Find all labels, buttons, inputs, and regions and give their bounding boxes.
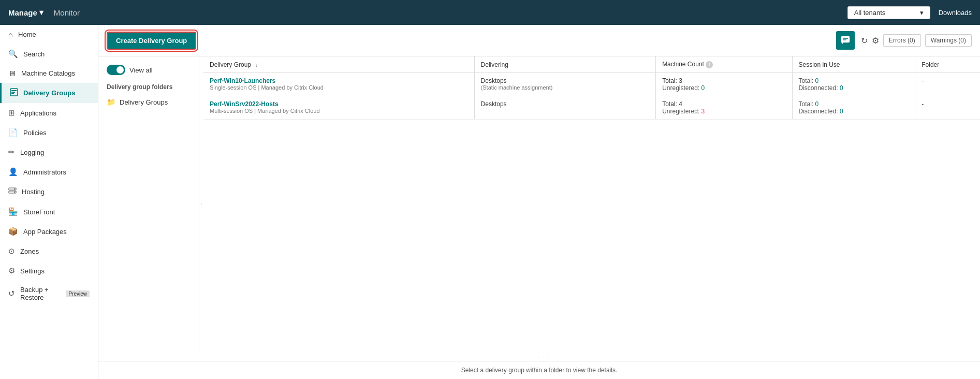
settings-icon: ⚙ xyxy=(8,266,15,275)
col-header-machine-count: Machine Count i xyxy=(656,56,792,73)
logging-icon: ✏ xyxy=(8,148,15,157)
svg-point-7 xyxy=(14,192,15,193)
sidebar-item-backup-restore[interactable]: ↺ Backup + Restore Preview xyxy=(0,281,98,307)
cell-machine-count-1: Total: 4 Unregistered: 3 xyxy=(656,96,792,120)
col-header-delivery-group: Delivery Group ↓ xyxy=(203,56,474,73)
folders-heading: Delivery group folders xyxy=(103,81,195,93)
home-icon: ⌂ xyxy=(8,30,13,39)
preview-badge: Preview xyxy=(66,290,90,297)
session-total-link-1[interactable]: 0 xyxy=(815,100,819,108)
delivery-group-subtitle-0: Single-session OS | Managed by Citrix Cl… xyxy=(210,84,468,91)
panel-resizer[interactable]: ⋮ xyxy=(199,56,203,353)
downloads-link[interactable]: Downloads xyxy=(939,9,972,17)
zones-icon: ⊙ xyxy=(8,246,15,256)
col-header-folder: Folder xyxy=(915,56,980,73)
sidebar-item-logging[interactable]: ✏ Logging xyxy=(0,142,98,162)
table-row: Perf-WinSrv2022-Hosts Multi-session OS |… xyxy=(203,96,980,120)
sidebar-item-app-packages[interactable]: 📦 App Packages xyxy=(0,222,98,241)
administrators-icon: 👤 xyxy=(8,167,18,177)
cell-session-1: Total: 0 Disconnected: 0 xyxy=(792,96,915,120)
folder-item-delivery-groups[interactable]: 📁 Delivery Groups xyxy=(103,95,195,109)
cell-session-0: Total: 0 Disconnected: 0 xyxy=(792,73,915,96)
app-packages-icon: 📦 xyxy=(8,227,18,236)
delivery-group-name-0[interactable]: Perf-Win10-Launchers xyxy=(210,77,468,84)
svg-rect-1 xyxy=(11,90,17,91)
unregistered-link-0[interactable]: 0 xyxy=(701,84,705,92)
cell-name-0: Perf-Win10-Launchers Single-session OS |… xyxy=(203,73,474,96)
main-layout: ⌂ Home 🔍 Search 🖥 Machine Catalogs Deliv… xyxy=(0,25,980,379)
content-area: View all Delivery group folders 📁 Delive… xyxy=(98,56,980,353)
cell-delivering-0: Desktops (Static machine assignment) xyxy=(474,73,656,96)
machine-count-info-icon[interactable]: i xyxy=(706,61,713,68)
backup-restore-icon: ↺ xyxy=(8,289,15,298)
machine-catalogs-icon: 🖥 xyxy=(8,69,16,78)
unregistered-link-1[interactable]: 3 xyxy=(701,108,705,115)
cell-delivering-1: Desktops xyxy=(474,96,656,120)
table-panel: Delivery Group ↓ Delivering Machine Coun… xyxy=(203,56,980,353)
svg-rect-8 xyxy=(841,36,850,42)
bottom-status: Select a delivery group within a folder … xyxy=(98,361,980,379)
tenant-chevron-icon: ▾ xyxy=(920,9,924,17)
errors-badge[interactable]: Errors (0) xyxy=(883,34,921,47)
sidebar-item-zones[interactable]: ⊙ Zones xyxy=(0,241,98,261)
session-total-link-0[interactable]: 0 xyxy=(815,77,819,84)
folders-panel: View all Delivery group folders 📁 Delive… xyxy=(98,56,199,353)
resize-handle-dots[interactable]: · · · · · xyxy=(98,353,980,361)
settings-button[interactable]: ⚙ xyxy=(872,36,879,46)
monitor-link[interactable]: Monitor xyxy=(48,8,86,17)
col-header-delivering: Delivering xyxy=(474,56,656,73)
cell-folder-1: - xyxy=(915,96,980,120)
applications-icon: ⊞ xyxy=(8,108,15,118)
delivery-groups-icon xyxy=(10,88,18,98)
sidebar-item-search[interactable]: 🔍 Search xyxy=(0,44,98,64)
cell-machine-count-0: Total: 3 Unregistered: 0 xyxy=(656,73,792,96)
sidebar-item-applications[interactable]: ⊞ Applications xyxy=(0,103,98,123)
delivery-groups-table: Delivery Group ↓ Delivering Machine Coun… xyxy=(203,56,980,120)
policies-icon: 📄 xyxy=(8,128,18,137)
chat-icon-button[interactable] xyxy=(836,31,855,50)
sidebar-item-home[interactable]: ⌂ Home xyxy=(0,25,98,44)
refresh-button[interactable]: ↻ xyxy=(861,36,868,46)
folder-icon: 📁 xyxy=(107,98,115,106)
sidebar-item-administrators[interactable]: 👤 Administrators xyxy=(0,162,98,182)
sort-icon-delivery-group[interactable]: ↓ xyxy=(255,62,257,68)
toolbar: Create Delivery Group ↻ ⚙ Errors (0) War… xyxy=(98,25,980,56)
cell-folder-0: - xyxy=(915,73,980,96)
hosting-icon xyxy=(8,187,17,197)
sidebar-item-policies[interactable]: 📄 Policies xyxy=(0,123,98,142)
table-row: Perf-Win10-Launchers Single-session OS |… xyxy=(203,73,980,96)
session-disconnected-link-1[interactable]: 0 xyxy=(840,108,843,115)
session-disconnected-link-0[interactable]: 0 xyxy=(840,84,843,92)
storefront-icon: 🏪 xyxy=(8,207,18,216)
sidebar-item-machine-catalogs[interactable]: 🖥 Machine Catalogs xyxy=(0,64,98,83)
delivery-group-name-1[interactable]: Perf-WinSrv2022-Hosts xyxy=(210,100,468,108)
svg-rect-2 xyxy=(11,92,15,93)
search-icon: 🔍 xyxy=(8,49,18,59)
svg-rect-3 xyxy=(11,93,14,94)
sidebar: ⌂ Home 🔍 Search 🖥 Machine Catalogs Deliv… xyxy=(0,25,98,379)
manage-menu[interactable]: Manage ▾ xyxy=(8,8,43,17)
cell-name-1: Perf-WinSrv2022-Hosts Multi-session OS |… xyxy=(203,96,474,120)
delivery-group-subtitle-1: Multi-session OS | Managed by Citrix Clo… xyxy=(210,108,468,114)
view-all-toggle[interactable] xyxy=(107,65,125,75)
col-header-session-in-use: Session in Use xyxy=(792,56,915,73)
sidebar-item-storefront[interactable]: 🏪 StoreFront xyxy=(0,202,98,222)
main-content: Create Delivery Group ↻ ⚙ Errors (0) War… xyxy=(98,25,980,379)
warnings-badge[interactable]: Warnings (0) xyxy=(925,34,972,47)
tenant-selector[interactable]: All tenants ▾ xyxy=(847,6,930,19)
sidebar-item-delivery-groups[interactable]: Delivery Groups xyxy=(0,83,98,103)
manage-chevron-icon: ▾ xyxy=(39,8,43,17)
topbar: Manage ▾ Monitor All tenants ▾ Downloads xyxy=(0,0,980,25)
svg-point-6 xyxy=(14,188,15,190)
sidebar-item-hosting[interactable]: Hosting xyxy=(0,182,98,202)
view-all-row[interactable]: View all xyxy=(103,63,195,77)
create-delivery-group-button[interactable]: Create Delivery Group xyxy=(107,32,196,50)
sidebar-item-settings[interactable]: ⚙ Settings xyxy=(0,261,98,281)
view-all-label: View all xyxy=(129,66,153,74)
